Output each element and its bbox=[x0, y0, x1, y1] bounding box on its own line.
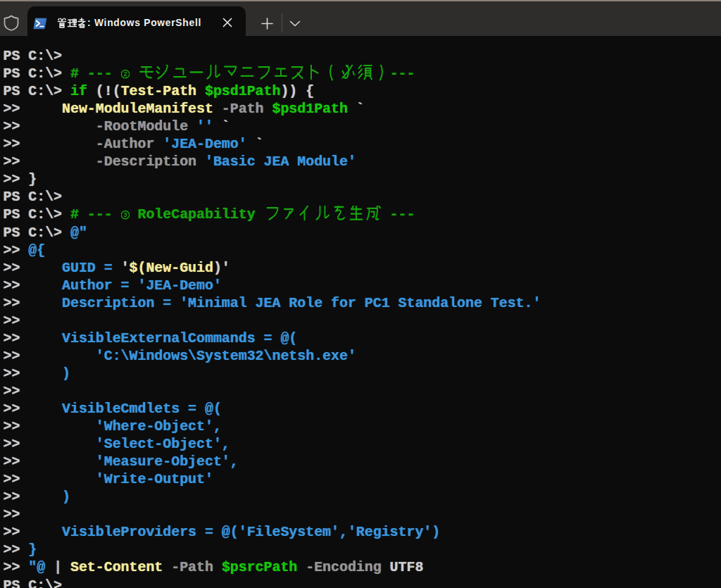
svg-text:2: 2 bbox=[123, 70, 127, 77]
svg-text:3: 3 bbox=[123, 212, 127, 219]
